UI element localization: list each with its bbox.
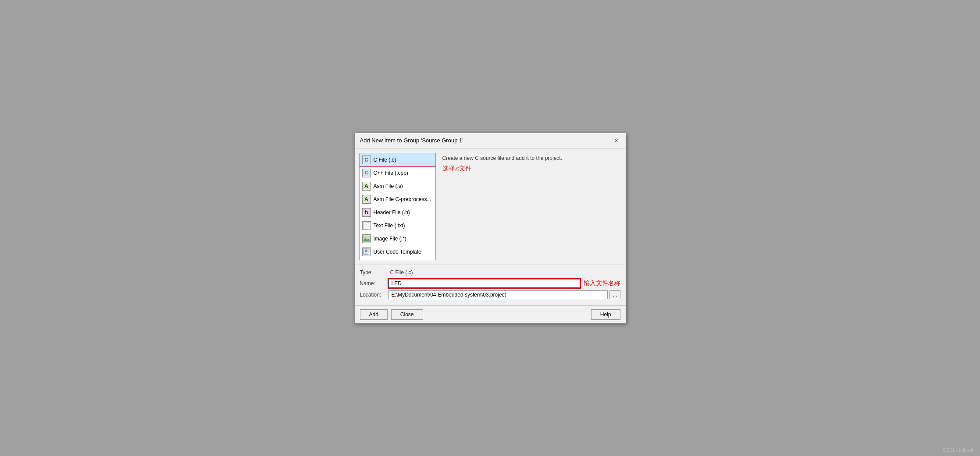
c-file-label: C File (.c) <box>374 157 396 163</box>
file-type-text[interactable]: Text File (.txt) <box>360 219 435 232</box>
text-file-icon <box>362 221 371 230</box>
annotation-name: 输入文件名称 <box>584 279 620 287</box>
add-new-item-dialog: Add New Item to Group 'Source Group 1' ×… <box>354 133 626 324</box>
help-button[interactable]: Help <box>591 309 620 320</box>
asm-preprocess-icon: A <box>362 195 371 204</box>
dialog-close-button[interactable]: Close <box>391 309 423 320</box>
user-template-icon <box>362 247 371 256</box>
description-text: Create a new C source file and add it to… <box>442 155 619 161</box>
cpp-file-icon: C <box>362 169 371 177</box>
location-row: Location: ... <box>360 290 620 299</box>
close-icon[interactable]: × <box>613 137 620 145</box>
user-template-label: User Code Template <box>374 249 421 255</box>
c-file-icon: C <box>362 156 371 164</box>
add-button[interactable]: Add <box>360 309 388 320</box>
dialog-main-content: C C File (.c) C C++ File (.cpp) A Asm Fi… <box>355 148 626 265</box>
file-type-list: C C File (.c) C C++ File (.cpp) A Asm Fi… <box>359 153 436 260</box>
file-type-asm[interactable]: A Asm File (.s) <box>360 180 435 193</box>
annotation-select: 选择.c文件 <box>442 165 619 173</box>
asm-file-label: Asm File (.s) <box>374 183 403 189</box>
header-file-icon: h <box>362 208 371 217</box>
type-label: Type: <box>360 269 388 276</box>
image-file-label: Image File (.*) <box>374 236 406 242</box>
name-input[interactable] <box>388 279 580 288</box>
browse-button[interactable]: ... <box>609 290 620 299</box>
watermark-text: CS01 / tuibodn <box>943 447 975 452</box>
dialog-title: Add New Item to Group 'Source Group 1' <box>360 137 463 144</box>
file-type-cpp[interactable]: C C++ File (.cpp) <box>360 166 435 180</box>
file-type-c[interactable]: C C File (.c) <box>360 153 435 166</box>
asm-file-icon: A <box>362 182 371 191</box>
svg-rect-0 <box>363 222 368 229</box>
name-row: Name: 输入文件名称 <box>360 279 620 288</box>
description-panel: Create a new C source file and add it to… <box>440 153 621 260</box>
form-area: Type: C File (.c) Name: 输入文件名称 Location:… <box>355 265 626 305</box>
name-label: Name: <box>360 280 388 286</box>
image-file-icon <box>362 234 371 243</box>
text-file-label: Text File (.txt) <box>374 223 405 229</box>
type-row: Type: C File (.c) <box>360 269 620 276</box>
location-wrapper: ... <box>388 290 620 299</box>
file-type-asm-preprocess[interactable]: A Asm File C-preprocess... <box>360 193 435 206</box>
asm-preprocess-label: Asm File C-preprocess... <box>374 196 431 202</box>
file-type-image[interactable]: Image File (.*) <box>360 232 435 245</box>
file-type-user-template[interactable]: User Code Template <box>360 245 435 258</box>
header-file-label: Header File (.h) <box>374 209 410 216</box>
location-label: Location: <box>360 292 388 298</box>
svg-point-9 <box>365 249 367 251</box>
svg-point-6 <box>364 237 366 238</box>
dialog-titlebar: Add New Item to Group 'Source Group 1' × <box>355 133 626 148</box>
type-value: C File (.c) <box>388 269 620 276</box>
file-type-header[interactable]: h Header File (.h) <box>360 206 435 219</box>
dialog-buttons: Add Close Help <box>355 305 626 323</box>
cpp-file-label: C++ File (.cpp) <box>374 170 408 176</box>
location-input[interactable] <box>388 290 608 299</box>
